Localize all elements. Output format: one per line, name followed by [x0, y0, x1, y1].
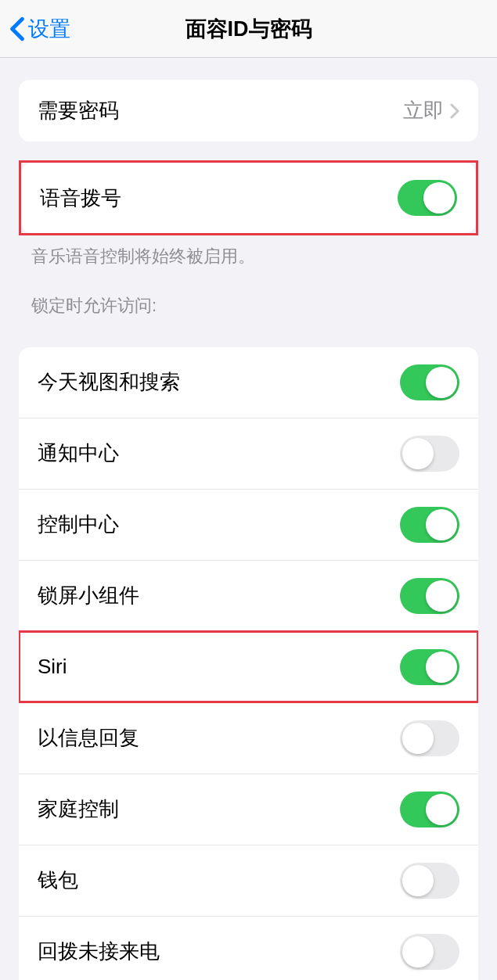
lock-item-label: 以信息回复 — [38, 724, 139, 752]
lock-item-siri: Siri — [19, 631, 478, 702]
voice-dial-toggle[interactable] — [398, 180, 457, 216]
lock-item-toggle-控制中心[interactable] — [400, 507, 459, 543]
lock-item-toggle-siri[interactable] — [400, 649, 459, 685]
voice-dial-label: 语音拨号 — [40, 185, 121, 212]
lock-item-toggle-锁屏小组件[interactable] — [400, 578, 459, 614]
lock-access-group: 今天视图和搜索通知中心控制中心锁屏小组件Siri以信息回复家庭控制钱包回拨未接来… — [19, 347, 478, 980]
lock-item-label: 钱包 — [38, 867, 78, 894]
back-button[interactable]: 设置 — [0, 15, 70, 43]
lock-item-label: 回拨未接来电 — [38, 938, 160, 965]
lock-item-toggle-通知中心[interactable] — [400, 436, 459, 472]
require-passcode-row[interactable]: 需要密码 立即 — [19, 80, 478, 142]
navigation-header: 设置 面容ID与密码 — [0, 0, 497, 58]
chevron-right-icon — [450, 103, 459, 119]
lock-item-今天视图和搜索: 今天视图和搜索 — [19, 347, 478, 418]
lock-item-钱包: 钱包 — [19, 845, 478, 916]
lock-item-label: Siri — [38, 655, 67, 679]
page-title: 面容ID与密码 — [185, 15, 312, 43]
lock-item-toggle-今天视图和搜索[interactable] — [400, 364, 459, 400]
voice-dial-highlight: 语音拨号 — [19, 160, 478, 235]
lock-item-label: 家庭控制 — [38, 795, 119, 823]
require-passcode-label: 需要密码 — [38, 97, 119, 124]
require-passcode-value: 立即 — [403, 97, 444, 124]
lock-item-label: 通知中心 — [38, 440, 119, 467]
lock-item-label: 今天视图和搜索 — [38, 368, 180, 396]
lock-access-header: 锁定时允许访问: — [0, 269, 497, 325]
lock-item-label: 控制中心 — [38, 511, 119, 538]
lock-item-控制中心: 控制中心 — [19, 489, 478, 560]
lock-item-以信息回复: 以信息回复 — [19, 702, 478, 774]
lock-item-家庭控制: 家庭控制 — [19, 774, 478, 845]
lock-item-toggle-家庭控制[interactable] — [400, 792, 459, 827]
voice-dial-footer: 音乐语音控制将始终被启用。 — [0, 235, 497, 269]
lock-item-回拨未接来电: 回拨未接来电 — [19, 916, 478, 980]
lock-item-toggle-钱包[interactable] — [400, 863, 459, 899]
lock-item-toggle-回拨未接来电[interactable] — [400, 934, 459, 970]
lock-item-label: 锁屏小组件 — [38, 582, 139, 609]
lock-item-锁屏小组件: 锁屏小组件 — [19, 560, 478, 631]
passcode-group: 需要密码 立即 — [19, 80, 478, 142]
back-label: 设置 — [28, 15, 70, 43]
voice-dial-row: 语音拨号 — [21, 163, 476, 233]
lock-item-通知中心: 通知中心 — [19, 418, 478, 489]
lock-item-toggle-以信息回复[interactable] — [400, 720, 459, 756]
chevron-left-icon — [9, 16, 25, 41]
